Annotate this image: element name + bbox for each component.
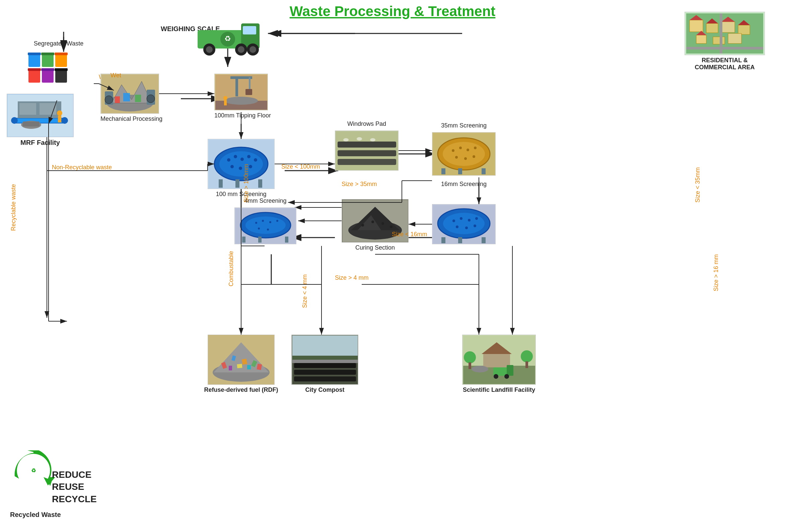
screening-4mm-image — [234, 208, 296, 244]
flow-size-gt-4mm: Size > 4 mm — [335, 274, 369, 282]
svg-point-121 — [459, 147, 462, 149]
windrows-pad-label: Windrows Pad — [335, 121, 399, 128]
svg-rect-72 — [40, 103, 56, 115]
svg-point-100 — [234, 155, 237, 158]
flow-size-lt-16mm: Size < 16mm — [392, 231, 427, 238]
svg-rect-57 — [28, 69, 40, 83]
svg-rect-88 — [235, 76, 238, 96]
svg-point-122 — [466, 149, 469, 151]
flow-size-lt-35mm: Size < 35mm — [694, 167, 701, 203]
svg-rect-128 — [458, 168, 462, 174]
residential-label: RESIDENTIAL & COMMERCIAL AREA — [685, 57, 765, 71]
svg-point-99 — [227, 158, 230, 162]
svg-point-136 — [475, 217, 478, 220]
tipping-floor-image — [214, 74, 268, 110]
mrf-facility-image — [7, 94, 74, 137]
screening-35mm-label: 35mm Screening — [432, 122, 496, 129]
svg-point-147 — [361, 224, 364, 227]
svg-rect-178 — [294, 376, 356, 381]
svg-point-125 — [464, 157, 467, 160]
rdf-image — [208, 335, 275, 385]
svg-rect-191 — [507, 365, 513, 376]
screening-16mm-label: 16mm Screening — [432, 181, 496, 188]
svg-rect-140 — [441, 237, 446, 243]
recycle-symbol: ♻ — [10, 450, 57, 492]
svg-rect-187 — [469, 362, 471, 369]
svg-rect-54 — [28, 54, 40, 67]
mechanical-processing-label: Mechanical Processing — [100, 115, 159, 123]
svg-rect-176 — [294, 363, 356, 368]
svg-point-153 — [246, 216, 286, 234]
svg-rect-29 — [689, 20, 703, 32]
tipping-floor-label: 100mm Tipping Floor — [214, 112, 268, 119]
svg-rect-81 — [123, 93, 130, 101]
svg-point-53 — [250, 46, 256, 53]
svg-rect-71 — [20, 103, 36, 115]
svg-rect-177 — [294, 370, 356, 375]
svg-point-186 — [464, 351, 476, 363]
svg-rect-41 — [686, 47, 763, 50]
svg-rect-95 — [224, 100, 227, 105]
svg-point-139 — [474, 224, 476, 227]
svg-point-101 — [240, 158, 244, 161]
mrf-facility-label: MRF Facility — [7, 139, 74, 147]
svg-rect-129 — [482, 168, 486, 174]
mechanical-processing-image — [100, 74, 159, 114]
svg-point-124 — [455, 156, 458, 159]
svg-rect-161 — [258, 237, 261, 243]
flow-size-lt-4mm: Size < 4 mm — [301, 274, 308, 308]
svg-rect-108 — [235, 179, 239, 188]
screening-100mm-label: 100 mm Screening — [208, 191, 275, 198]
svg-point-150 — [390, 225, 392, 228]
svg-point-51 — [238, 46, 245, 53]
svg-rect-76 — [23, 122, 40, 127]
svg-point-68 — [11, 117, 18, 124]
svg-rect-62 — [55, 53, 68, 55]
curing-section-label: Curing Section — [341, 244, 409, 251]
svg-rect-59 — [55, 69, 67, 83]
svg-point-158 — [258, 228, 260, 230]
svg-rect-91 — [246, 89, 252, 95]
flow-size-gt-35mm: Size > 35mm — [341, 181, 377, 188]
flow-size-gt-100mm: Size > 100mm — [243, 164, 250, 203]
svg-rect-37 — [696, 35, 706, 44]
svg-rect-172 — [247, 365, 251, 369]
svg-rect-65 — [55, 68, 68, 71]
svg-rect-171 — [237, 364, 242, 368]
svg-point-149 — [381, 222, 384, 225]
flow-recyclable: Recyclable waste — [10, 184, 17, 231]
svg-point-138 — [465, 227, 468, 229]
svg-point-132 — [443, 213, 485, 234]
page-title: Waste Processing & Treatment — [290, 3, 496, 19]
svg-point-156 — [269, 221, 271, 223]
svg-point-73 — [57, 110, 62, 116]
svg-rect-107 — [219, 179, 223, 188]
svg-rect-109 — [258, 179, 262, 188]
screening-16mm-image — [432, 204, 496, 244]
waste-bins — [27, 52, 94, 85]
svg-point-126 — [473, 155, 475, 158]
svg-rect-90 — [249, 77, 251, 89]
flow-size-lt-100mm: Size < 100mm — [281, 163, 320, 170]
svg-point-154 — [255, 222, 257, 224]
svg-point-194 — [472, 366, 488, 372]
landfill-image — [462, 335, 536, 385]
svg-point-102 — [247, 155, 251, 158]
svg-point-114 — [343, 138, 349, 141]
screening-100mm-image — [208, 139, 275, 189]
svg-point-133 — [452, 219, 455, 222]
svg-rect-162 — [285, 237, 288, 243]
flow-combustable: Combustable — [228, 251, 235, 286]
svg-point-155 — [262, 220, 264, 222]
city-compost-label: City Compost — [292, 387, 358, 394]
svg-point-105 — [239, 167, 242, 170]
svg-rect-40 — [728, 33, 741, 44]
svg-point-134 — [460, 217, 462, 220]
svg-rect-60 — [28, 53, 41, 55]
rdf-label: Refuse-derived fuel (RDF) — [198, 387, 285, 394]
svg-point-193 — [504, 374, 509, 379]
svg-rect-58 — [42, 69, 54, 83]
landfill-label: Scientific Landfill Facility — [455, 387, 542, 394]
flow-wet: Wet — [110, 72, 121, 79]
svg-rect-189 — [526, 361, 528, 368]
